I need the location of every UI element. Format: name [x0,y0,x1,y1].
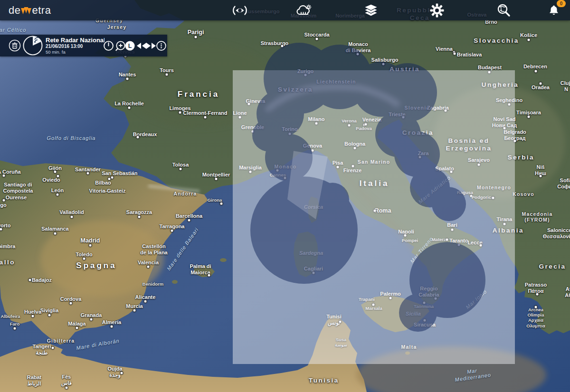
dewetra-w-icon [21,7,31,15]
fast-forward-icon [146,42,156,49]
layer-timestamp: 21/06/2016 13:00 [46,44,104,49]
dewetra-logo[interactable]: de etra [9,4,51,17]
remove-layer-button[interactable] [8,39,21,52]
layer-age: 50 min. fa [46,49,104,55]
layer-info: Rete Radar Nazionale... 21/06/2016 13:00… [46,37,104,55]
layer-title: Rete Radar Nazionale... [46,37,104,44]
weather-cloud-icon[interactable] [296,2,313,19]
legend-button[interactable]: L [124,40,135,51]
logo-text-prefix: de [9,4,20,17]
satellite-map[interactable]: LussemburgoMannheimNorimbergaRepubblica … [0,0,570,392]
layers-icon[interactable] [362,2,380,19]
more-options-icon [156,40,167,51]
clock-icon [103,40,114,51]
legend-l-icon: L [124,40,135,51]
trash-icon [9,39,21,52]
layer-options-button[interactable] [155,40,167,51]
search-globe-icon[interactable] [495,2,513,19]
settings-gear-icon[interactable] [428,2,446,19]
notification-badge: 0 [557,0,566,7]
time-button[interactable] [103,40,114,51]
radar-progress-icon [22,35,44,56]
notifications-bell-icon[interactable]: 0 [545,2,562,19]
top-navigation-bar: de etra [0,0,570,20]
svg-text:L: L [128,42,132,49]
map-selection-overlay [233,70,515,364]
layer-animation-progress[interactable] [22,35,44,56]
active-layer-panel: Rete Radar Nazionale... 21/06/2016 13:00… [0,35,167,56]
dewetra-app: LussemburgoMannheimNorimbergaRepubblica … [0,0,570,392]
eye-icon[interactable] [231,2,248,19]
logo-text-suffix: etra [32,4,51,17]
